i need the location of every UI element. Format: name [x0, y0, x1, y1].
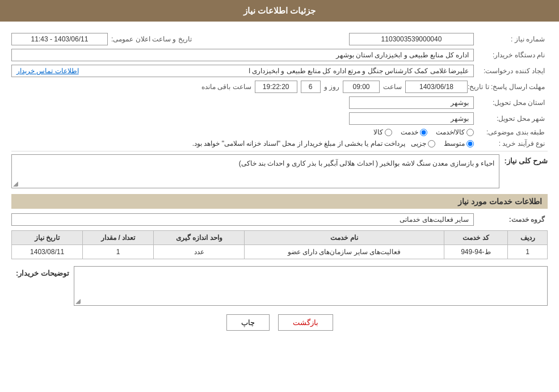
creator-label: ایجاد کننده درخواست:	[474, 67, 548, 75]
announcement-date-label: تاریخ و ساعت اعلان عمومی:	[108, 35, 195, 43]
purchase-type-motavaset[interactable]: متوسط	[444, 140, 474, 147]
general-description-label: شرح کلی نیاز:	[504, 154, 548, 165]
cell-code: ط-94-949	[444, 245, 508, 259]
page-header: جزئیات اطلاعات نیاز	[0, 0, 559, 22]
buyer-notes-section: توضیحات خریدار:	[11, 266, 548, 306]
response-date-value: 1403/06/18	[405, 81, 468, 93]
category-label: طبقه بندی موضوعی:	[474, 128, 548, 136]
response-clock-value: 19:22:20	[255, 81, 297, 93]
col-header-code: کد خدمت	[444, 231, 508, 245]
page-title: جزئیات اطلاعات نیاز	[243, 6, 316, 15]
delivery-city-label: شهر محل تحویل:	[474, 115, 548, 123]
buyer-org-value: اداره کل منابع طبیعی و ابخیزداری استان ب…	[11, 49, 474, 61]
response-day-label: روز و	[324, 83, 339, 91]
cell-rownum: 1	[508, 245, 548, 259]
col-header-qty: تعداد / مقدار	[83, 231, 154, 245]
cell-name: فعالیت‌های سایر سازمان‌های دارای عضو	[245, 245, 444, 259]
response-day-value: 6	[301, 81, 321, 93]
col-header-unit: واحد اندازه گیری	[154, 231, 245, 245]
col-header-name: نام خدمت	[245, 231, 444, 245]
buyer-notes-box	[74, 266, 548, 306]
need-number-label: شماره نیاز :	[474, 35, 548, 43]
general-description-section: شرح کلی نیاز: احیاء و بازسازی معدن سنگ ل…	[11, 154, 548, 188]
response-time-label: ساعت	[383, 83, 402, 91]
response-time-value: 09:00	[343, 81, 380, 93]
category-option-kala-khedmat[interactable]: کالا/خدمت	[436, 128, 474, 136]
purchase-type-radio-group: متوسط جزیی	[411, 140, 474, 147]
service-group-value: سایر فعالیت‌های خدماتی	[11, 213, 474, 226]
category-option-kala[interactable]: کالا	[373, 128, 392, 136]
category-option-khedmat[interactable]: خدمت	[401, 128, 427, 136]
buyer-notes-label: توضیحات خریدار:	[16, 266, 69, 277]
general-description-value: احیاء و بازسازی معدن سنگ لاشه بوالخیر ( …	[239, 159, 495, 167]
purchase-type-jozi[interactable]: جزیی	[411, 140, 435, 147]
delivery-province-value: بوشهر	[349, 96, 474, 109]
col-header-date: تاریخ نیاز	[12, 231, 83, 245]
general-description-box: احیاء و بازسازی معدن سنگ لاشه بوالخیر ( …	[11, 154, 499, 188]
delivery-city-value: بوشهر	[349, 112, 474, 125]
service-group-label: گروه خدمت:	[474, 216, 548, 224]
remaining-label: ساعت باقی مانده	[201, 83, 251, 91]
response-deadline-label: مهلت ارسال پاسخ: تا تاریخ:	[468, 83, 548, 91]
delivery-province-label: استان محل تحویل:	[474, 99, 548, 107]
cell-qty: 1	[83, 245, 154, 259]
purchase-note: پرداخت تمام یا بخشی از مبلغ خریدار از مح…	[192, 140, 405, 147]
cell-date: 1403/08/11	[12, 245, 83, 259]
purchase-type-label: نوع فرآیند خرید :	[474, 140, 548, 147]
creator-row: علیرضا غلامی کمک کارشناس جنگل و مرتع ادا…	[11, 65, 474, 77]
buttons-row: بازگشت چاپ	[11, 314, 548, 331]
cell-unit: عدد	[154, 245, 245, 259]
services-section-title: اطلاعات خدمات مورد نیاز	[11, 194, 548, 209]
category-radio-group: کالا/خدمت خدمت کالا	[373, 128, 474, 136]
services-table: ردیف کد خدمت نام خدمت واحد اندازه گیری ت…	[11, 230, 548, 259]
print-button[interactable]: چاپ	[226, 314, 270, 331]
need-number-value: 1103003539000040	[349, 33, 474, 45]
col-header-rownum: ردیف	[508, 231, 548, 245]
announcement-date-value: 1403/06/11 - 11:43	[11, 33, 108, 45]
buyer-org-label: نام دستگاه خریدار:	[474, 51, 548, 59]
table-row: 1 ط-94-949 فعالیت‌های سایر سازمان‌های دا…	[12, 245, 548, 259]
back-button[interactable]: بازگشت	[278, 314, 333, 331]
creator-value: علیرضا غلامی کمک کارشناس جنگل و مرتع ادا…	[249, 67, 469, 75]
contact-link[interactable]: اطلاعات تماس خریدار	[16, 67, 79, 75]
